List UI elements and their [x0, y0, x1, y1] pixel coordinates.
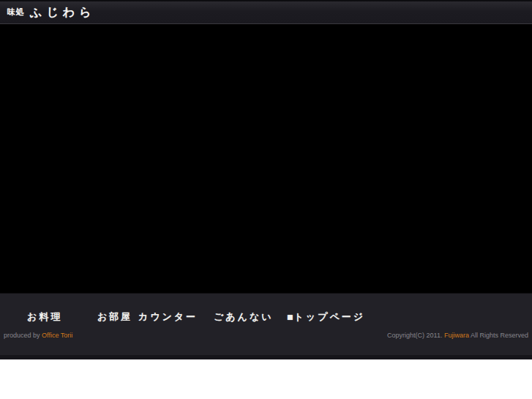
footer-nav: お料理 お部屋 カウンター ごあんない ■トップページ — [0, 294, 532, 328]
copyright: Copyright(C) 2011. Fujiwara All Rights R… — [387, 332, 528, 339]
nav-item-label: お部屋 カウンター — [97, 311, 198, 322]
nav-item-label: トップページ — [294, 311, 366, 322]
logo-name: ふじわら — [30, 5, 96, 19]
page: 味処ふじわら お料理 お部屋 カウンター ごあんない ■トップページ produ… — [0, 0, 532, 399]
nav-item-label: お料理 — [27, 311, 62, 322]
copyright-suffix: All Rights Reserved — [469, 332, 528, 339]
site-header: 味処ふじわら — [0, 0, 532, 24]
credits-row: produced by Office Torii Copyright(C) 20… — [0, 332, 532, 342]
nav-item-rooms-counter[interactable]: お部屋 カウンター — [97, 310, 198, 324]
bottom-strip — [0, 355, 532, 359]
nav-item-top-page[interactable]: ■トップページ — [287, 310, 365, 324]
site-logo[interactable]: 味処ふじわら — [7, 5, 96, 20]
square-bullet-icon: ■ — [287, 313, 294, 321]
main-visual — [0, 24, 532, 293]
nav-item-guide[interactable]: ごあんない — [214, 310, 274, 324]
nav-item-food[interactable]: お料理 — [27, 310, 62, 324]
produced-by: produced by Office Torii — [4, 332, 72, 339]
produced-by-brand-link[interactable]: Office Torii — [42, 332, 72, 339]
copyright-prefix: Copyright(C) 2011. — [387, 332, 444, 339]
copyright-brand: Fujiwara — [444, 332, 469, 339]
nav-item-label: ごあんない — [214, 311, 274, 322]
logo-prefix: 味処 — [7, 7, 25, 17]
bottom-bar: お料理 お部屋 カウンター ごあんない ■トップページ produced by … — [0, 293, 532, 355]
produced-by-text: produced by — [4, 332, 42, 339]
